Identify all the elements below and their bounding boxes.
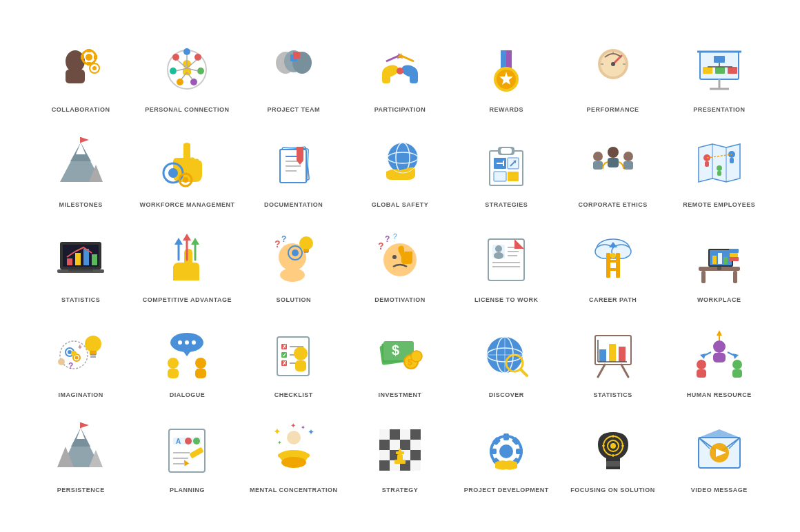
svg-point-193 xyxy=(168,358,179,369)
svg-point-238 xyxy=(697,360,706,369)
svg-rect-118 xyxy=(75,253,81,265)
svg-text:?: ? xyxy=(378,241,384,252)
svg-point-139 xyxy=(392,255,397,259)
svg-rect-276 xyxy=(379,440,390,450)
svg-marker-243 xyxy=(717,330,722,336)
svg-rect-283 xyxy=(410,450,421,460)
svg-text:A: A xyxy=(176,438,181,445)
svg-line-229 xyxy=(598,365,605,377)
icon-project-team: PROJECT TEAM xyxy=(241,32,347,120)
icon-demotivation: ? ? ? DEMOTIVATION xyxy=(347,222,453,310)
svg-marker-252 xyxy=(81,422,89,428)
svg-text:✦: ✦ xyxy=(301,424,306,431)
icon-statistics-laptop: STATISTICS xyxy=(28,222,134,310)
svg-point-3 xyxy=(86,54,92,61)
svg-point-49 xyxy=(611,62,615,66)
svg-point-131 xyxy=(292,249,299,256)
svg-rect-107 xyxy=(623,161,633,170)
svg-rect-279 xyxy=(410,440,421,450)
icon-presentation: PRESENTATION xyxy=(666,32,772,120)
icon-strategies: STRATEGIES xyxy=(453,127,559,215)
icon-solution: ? ? SOLUTION xyxy=(241,222,347,310)
svg-marker-68 xyxy=(76,143,86,154)
svg-marker-237 xyxy=(733,354,739,359)
svg-rect-117 xyxy=(67,258,72,265)
svg-point-14 xyxy=(194,54,201,61)
icon-personal-connection: PERSONAL CONNECTION xyxy=(134,32,240,120)
svg-rect-57 xyxy=(728,67,737,74)
svg-rect-93 xyxy=(501,148,512,154)
icon-imagination: + ? IMAGINATION xyxy=(28,317,134,405)
icon-dialogue: DIALOGUE xyxy=(134,317,240,405)
svg-rect-172 xyxy=(712,256,717,264)
svg-point-132 xyxy=(299,236,313,250)
svg-point-190 xyxy=(178,340,182,345)
svg-rect-284 xyxy=(379,460,390,471)
svg-text:✦: ✦ xyxy=(277,440,282,446)
svg-rect-120 xyxy=(92,254,97,265)
svg-rect-55 xyxy=(703,67,712,74)
svg-rect-296 xyxy=(490,449,497,454)
svg-rect-160 xyxy=(606,268,620,271)
svg-point-13 xyxy=(183,48,190,55)
icon-investment: $ $ INVESTMENT xyxy=(347,317,453,405)
svg-rect-157 xyxy=(606,253,610,278)
icon-workplace: WORKPLACE xyxy=(666,222,772,310)
svg-point-263 xyxy=(287,431,301,444)
svg-rect-33 xyxy=(382,71,390,83)
svg-rect-280 xyxy=(379,450,390,460)
svg-text:✗: ✗ xyxy=(282,344,287,350)
icon-planning: A PLANNING xyxy=(134,412,240,500)
svg-text:$: $ xyxy=(392,342,399,358)
svg-point-15 xyxy=(197,68,204,74)
svg-marker-124 xyxy=(174,238,183,245)
svg-marker-70 xyxy=(81,137,89,143)
icon-mental-concentration: ✦ ✦ ✦ ✦ ✦ MENTAL CONCENTRATION xyxy=(241,412,347,500)
svg-rect-171 xyxy=(729,249,739,253)
icon-collaboration: COLLABORATION xyxy=(28,32,134,120)
svg-rect-272 xyxy=(379,429,390,440)
svg-marker-128 xyxy=(191,238,199,245)
svg-point-195 xyxy=(195,358,206,369)
svg-rect-165 xyxy=(733,271,737,283)
svg-point-19 xyxy=(172,54,179,61)
icon-persistence: PERSISTENCE xyxy=(28,412,134,500)
svg-point-147 xyxy=(494,252,503,259)
svg-marker-235 xyxy=(700,354,706,359)
svg-rect-31 xyxy=(293,52,300,59)
icon-participation: PARTICIPATION xyxy=(347,32,453,120)
icon-license-to-work: LICENSE TO WORK xyxy=(453,222,559,310)
svg-point-207 xyxy=(294,347,308,360)
svg-rect-273 xyxy=(390,429,400,440)
svg-point-106 xyxy=(623,152,633,161)
icon-remote-employees: REMOTE EMPLOYEES xyxy=(666,127,772,215)
svg-text:✦: ✦ xyxy=(308,427,314,437)
icon-statistics-easel: STATISTICS xyxy=(559,317,666,405)
svg-rect-196 xyxy=(195,369,206,378)
svg-rect-96 xyxy=(494,172,506,181)
svg-rect-109 xyxy=(705,161,709,167)
icon-documentation: DOCUMENTATION xyxy=(241,127,347,215)
svg-text:?: ? xyxy=(281,234,286,244)
svg-rect-164 xyxy=(701,271,706,283)
svg-rect-225 xyxy=(609,344,616,362)
svg-rect-183 xyxy=(90,351,97,355)
svg-text:?: ? xyxy=(68,361,73,371)
svg-point-256 xyxy=(185,438,192,444)
icon-project-development: PROJECT DEVELOPMENT xyxy=(453,412,559,500)
svg-rect-39 xyxy=(501,50,506,68)
svg-rect-35 xyxy=(410,71,418,83)
svg-rect-6 xyxy=(81,55,84,59)
svg-rect-297 xyxy=(516,449,523,454)
svg-rect-239 xyxy=(697,369,706,378)
svg-text:?: ? xyxy=(274,238,281,249)
svg-point-9 xyxy=(92,66,97,70)
svg-point-162 xyxy=(610,253,616,258)
svg-rect-111 xyxy=(730,158,734,163)
svg-point-146 xyxy=(495,245,502,252)
svg-rect-294 xyxy=(503,433,509,440)
icon-global-safety: GLOBAL SAFETY xyxy=(347,127,453,215)
svg-point-304 xyxy=(610,443,616,449)
svg-rect-194 xyxy=(168,369,179,378)
svg-rect-174 xyxy=(723,257,728,264)
